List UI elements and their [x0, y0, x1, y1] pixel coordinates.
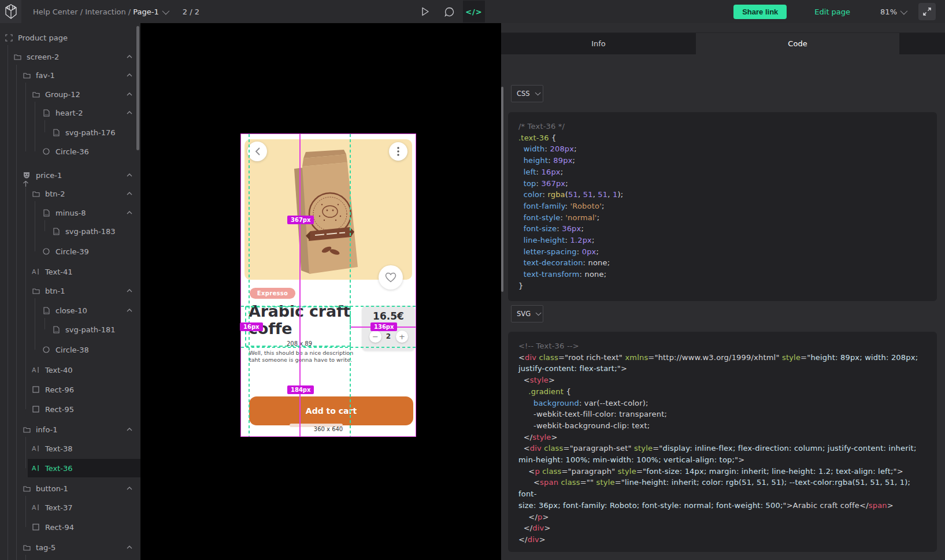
- svg-code-block[interactable]: <!-- Text-36 --><div class="root rich-te…: [508, 332, 937, 552]
- chevron-up-icon[interactable]: [127, 110, 132, 116]
- layer-row-info-1[interactable]: info-1: [0, 422, 140, 437]
- chevron-up-icon[interactable]: [127, 172, 132, 178]
- layer-label: svg-path-176: [65, 128, 115, 137]
- zoom-control[interactable]: 81%: [880, 8, 906, 16]
- layer-row-svg-path-176[interactable]: svg-path-176: [0, 125, 140, 140]
- arrow-up-icon: [23, 180, 29, 187]
- css-format-select[interactable]: CSS: [511, 85, 543, 102]
- chevron-up-icon[interactable]: [127, 307, 132, 313]
- layer-row-minus-8[interactable]: minus-8: [0, 205, 140, 220]
- tab-code[interactable]: Code: [696, 33, 899, 54]
- css-code-block[interactable]: /* Text-36 */.text-36 { width: 208px; he…: [508, 112, 937, 301]
- chevron-up-icon[interactable]: [127, 191, 132, 196]
- layer-row-fav-1[interactable]: fav-1: [0, 68, 140, 83]
- product-image-area[interactable]: [244, 139, 412, 280]
- text-icon: A: [32, 464, 40, 472]
- tree-guide: [25, 555, 26, 560]
- artboard-product-screen[interactable]: Expresso Arabic craftcoffe Well, this sh…: [241, 134, 416, 436]
- layer-row-heart-2[interactable]: heart-2: [0, 105, 140, 120]
- share-link-button[interactable]: Share link: [733, 5, 787, 19]
- tab-info[interactable]: Info: [501, 33, 696, 54]
- layer-row-text-37[interactable]: AText-37: [0, 500, 140, 515]
- folder-icon: [23, 484, 31, 492]
- edit-page-link[interactable]: Edit page: [814, 8, 850, 16]
- tree-guide: [45, 120, 45, 132]
- layer-row-screen-2[interactable]: screen-2: [0, 49, 140, 64]
- kebab-menu-icon: [397, 147, 399, 156]
- layer-label: close-10: [55, 306, 87, 315]
- add-to-cart-button[interactable]: Add to cart: [249, 396, 413, 425]
- layer-row-svg-path-183[interactable]: svg-path-183: [0, 224, 140, 239]
- chevron-up-icon[interactable]: [127, 72, 132, 78]
- code-icon: </>: [465, 8, 483, 16]
- frame-size-label: 360 x 640: [241, 426, 416, 432]
- svg-text:A: A: [32, 268, 36, 275]
- comment-button[interactable]: [439, 1, 461, 23]
- layer-label: Circle-36: [55, 147, 89, 156]
- logo-icon: [5, 4, 17, 19]
- layer-row-btn-2[interactable]: btn-2: [0, 186, 140, 201]
- product-description[interactable]: Well, this should be a nice descriptiont…: [249, 350, 353, 364]
- favorite-button[interactable]: [379, 265, 403, 290]
- more-menu-button[interactable]: [389, 142, 407, 161]
- quantity-plus-button[interactable]: +: [396, 331, 408, 343]
- layer-label: Product page: [18, 34, 68, 42]
- chevron-up-icon[interactable]: [127, 288, 132, 294]
- breadcrumb[interactable]: Help Center / Interaction / Page-1: [33, 8, 168, 16]
- code-line: background: var(--text-color);: [518, 398, 927, 409]
- layer-row-circle-38[interactable]: Circle-38: [0, 342, 140, 357]
- circle-icon: [42, 247, 50, 255]
- layer-row-btn-1[interactable]: btn-1: [0, 283, 140, 298]
- measure-label-bottom: 184px: [287, 385, 314, 394]
- layer-row-circle-36[interactable]: Circle-36: [0, 144, 140, 159]
- guide-line-vertical: [249, 134, 250, 436]
- description-line1: Well, this should be a nice description: [249, 350, 353, 356]
- layer-row-close-10[interactable]: close-10: [0, 303, 140, 318]
- folder-icon: [23, 71, 31, 79]
- layer-row-rect-96[interactable]: Rect-96: [0, 382, 140, 397]
- chevron-down-icon[interactable]: [162, 7, 169, 14]
- code-line: </p>: [518, 511, 927, 523]
- code-line: </div>: [518, 534, 927, 546]
- price-value: 16.5€: [362, 310, 415, 322]
- fullscreen-button[interactable]: [918, 3, 936, 20]
- play-button[interactable]: [414, 1, 436, 23]
- code-view-button[interactable]: </>: [463, 1, 485, 23]
- product-tag-badge[interactable]: Expresso: [250, 288, 295, 299]
- layer-row-rect-95[interactable]: Rect-95: [0, 402, 140, 417]
- chevron-up-icon[interactable]: [127, 54, 132, 60]
- tree-guide: [25, 83, 26, 151]
- app-logo[interactable]: [0, 0, 21, 23]
- svg-format-select[interactable]: SVG: [511, 305, 543, 322]
- chevron-up-icon[interactable]: [127, 485, 132, 491]
- rect-icon: [32, 385, 40, 394]
- css-select-value: CSS: [517, 90, 530, 98]
- layer-row-circle-39[interactable]: Circle-39: [0, 244, 140, 259]
- chevron-up-icon[interactable]: [127, 544, 132, 550]
- code-line: width: 208px;: [518, 143, 927, 155]
- layer-label: svg-path-183: [65, 227, 115, 236]
- chevron-up-icon[interactable]: [127, 91, 132, 97]
- layer-row-svg-path-181[interactable]: svg-path-181: [0, 322, 140, 337]
- layer-row-price-1[interactable]: price-1: [0, 168, 140, 183]
- layer-row-group-12[interactable]: Group-12: [0, 87, 140, 102]
- panel-scrollbar[interactable]: [501, 87, 503, 292]
- layer-row-text-41[interactable]: AText-41: [0, 264, 140, 279]
- back-button[interactable]: [247, 142, 267, 161]
- code-line: letter-spacing: 0px;: [518, 246, 927, 258]
- layer-label: Rect-96: [45, 385, 74, 394]
- code-line: size: 36px; font-family: Roboto; font-st…: [518, 500, 927, 511]
- sidebar-scrollbar[interactable]: [136, 26, 139, 150]
- layer-row-rect-94[interactable]: Rect-94: [0, 520, 140, 535]
- layer-row-product page[interactable]: Product page: [0, 30, 140, 45]
- chevron-up-icon[interactable]: [127, 210, 132, 216]
- layer-row-text-38[interactable]: AText-38: [0, 441, 140, 456]
- layers-sidebar: Product pagescreen-2fav-1Group-12heart-2…: [0, 23, 140, 560]
- layer-row-text-36[interactable]: AText-36: [0, 461, 140, 476]
- layer-row-text-40[interactable]: AText-40: [0, 362, 140, 377]
- layer-row-button-1[interactable]: button-1: [0, 481, 140, 496]
- code-line: <div class="root rich-text" xmlns="http:…: [518, 352, 927, 364]
- tab-bar-filler: [899, 33, 945, 54]
- layer-row-tag-5[interactable]: tag-5: [0, 540, 140, 555]
- chevron-up-icon[interactable]: [127, 427, 132, 432]
